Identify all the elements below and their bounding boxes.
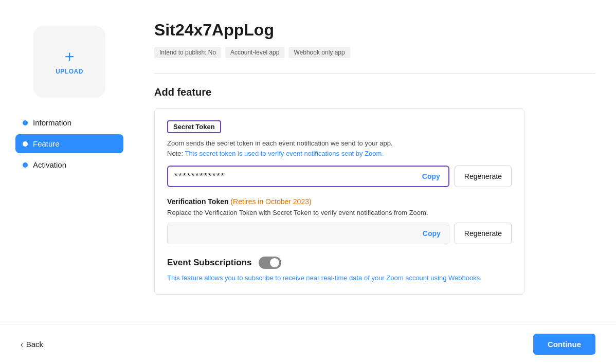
secret-token-regenerate-button[interactable]: Regenerate: [455, 166, 512, 187]
tag-account: Account-level app: [225, 47, 284, 58]
sidebar-item-information[interactable]: Information: [15, 113, 123, 132]
plus-icon: +: [65, 48, 75, 65]
secret-token-input-row: ************ Copy Regenerate: [167, 166, 512, 187]
nav-dot-feature: [23, 141, 28, 147]
upload-label: UPLOAD: [56, 68, 83, 75]
nav-label-activation: Activation: [33, 160, 66, 169]
feature-card: Secret Token Zoom sends the secret token…: [154, 108, 524, 295]
main-area: Sit24x7AppLog Intend to publish: No Acco…: [123, 21, 595, 303]
event-subscriptions-title: Event Subscriptions: [167, 258, 251, 268]
back-button[interactable]: ‹ Back: [21, 340, 43, 349]
nav-label-information: Information: [33, 118, 71, 127]
secret-token-input-wrapper: ************ Copy: [167, 166, 449, 187]
tags-row: Intend to publish: No Account-level app …: [154, 47, 595, 58]
verification-token-input-row: Copy Regenerate: [167, 223, 512, 244]
toggle-knob: [270, 258, 279, 267]
secret-token-value: ************: [174, 172, 420, 181]
nav-dot-activation: [23, 162, 28, 168]
back-label: Back: [26, 340, 43, 349]
event-subscriptions-description: This feature allows you to subscribe to …: [167, 274, 512, 282]
secret-token-note-highlight: This secret token is used to verify even…: [185, 150, 384, 157]
page-wrapper: + UPLOAD Information Feature Activation: [0, 0, 616, 364]
verification-token-input-wrapper: Copy: [167, 223, 449, 244]
continue-button[interactable]: Continue: [533, 334, 595, 355]
verification-description: Replace the Verification Token with Secr…: [167, 209, 512, 216]
upload-area[interactable]: + UPLOAD: [33, 26, 105, 98]
page-footer: ‹ Back Continue: [0, 324, 616, 364]
section-divider: [154, 74, 595, 74]
app-title: Sit24x7AppLog: [154, 21, 595, 40]
verification-token-regenerate-button[interactable]: Regenerate: [455, 223, 512, 244]
event-subscriptions-row: Event Subscriptions: [167, 257, 512, 269]
event-subscriptions-toggle[interactable]: [259, 257, 281, 269]
main-content: + UPLOAD Information Feature Activation: [0, 0, 616, 324]
secret-token-note: Note: This secret token is used to verif…: [167, 150, 384, 157]
add-feature-title: Add feature: [154, 86, 595, 98]
tag-webhook: Webhook only app: [288, 47, 350, 58]
retiring-label: (Retires in October 2023): [230, 197, 311, 206]
sidebar-item-feature[interactable]: Feature: [15, 134, 123, 153]
secret-token-desc1: Zoom sends the secret token in each even…: [167, 138, 512, 158]
secret-token-badge: Secret Token: [167, 120, 221, 133]
back-chevron-icon: ‹: [21, 340, 23, 349]
tag-publish: Intend to publish: No: [154, 47, 221, 58]
sidebar: + UPLOAD Information Feature Activation: [15, 21, 123, 303]
verification-token-copy-button[interactable]: Copy: [421, 229, 443, 238]
secret-token-copy-button[interactable]: Copy: [420, 172, 442, 180]
nav-label-feature: Feature: [33, 139, 60, 148]
nav-items: Information Feature Activation: [15, 113, 123, 174]
nav-dot-information: [23, 120, 28, 125]
verification-token-label: Verification Token (Retires in October 2…: [167, 197, 512, 206]
sidebar-item-activation[interactable]: Activation: [15, 155, 123, 174]
